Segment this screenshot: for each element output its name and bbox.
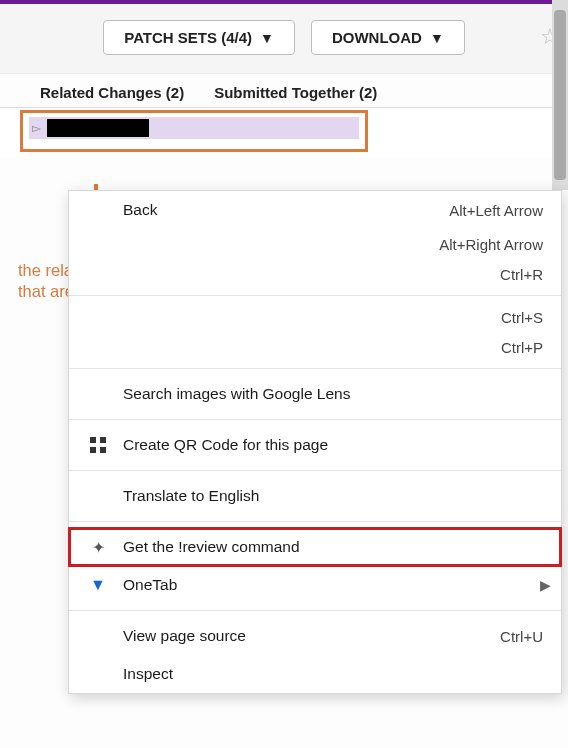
scrollbar-thumb[interactable]: [554, 10, 566, 180]
menu-shortcut: Ctrl+R: [500, 266, 543, 283]
menu-separator: [69, 419, 561, 420]
menu-label: Back: [123, 201, 435, 219]
menu-separator: [69, 521, 561, 522]
tab-related-changes[interactable]: Related Changes (2): [40, 84, 184, 101]
change-row-current[interactable]: ▻: [29, 117, 359, 139]
patch-sets-label: PATCH SETS (4/4): [124, 29, 252, 46]
menu-label: Get the !review command: [123, 538, 543, 556]
selection-outline: ▻: [20, 110, 368, 152]
menu-item-forward[interactable]: Alt+Right Arrow: [69, 229, 561, 259]
menu-shortcut: Alt+Left Arrow: [449, 202, 543, 219]
tab-submitted-together[interactable]: Submitted Together (2): [214, 84, 377, 101]
chevron-down-icon: ▼: [430, 30, 444, 46]
current-marker-icon: ▻: [29, 121, 43, 135]
menu-label: Inspect: [123, 665, 543, 683]
menu-item-reload[interactable]: Ctrl+R: [69, 259, 561, 289]
menu-separator: [69, 610, 561, 611]
change-list: ▻: [0, 108, 568, 158]
menu-label: View page source: [123, 627, 486, 645]
menu-item-inspect[interactable]: Inspect: [69, 655, 561, 693]
menu-item-qr-code[interactable]: Create QR Code for this page: [69, 426, 561, 464]
onetab-icon: ▼: [90, 576, 106, 594]
scrollbar[interactable]: [552, 0, 568, 190]
download-label: DOWNLOAD: [332, 29, 422, 46]
menu-label: Translate to English: [123, 487, 543, 505]
download-button[interactable]: DOWNLOAD ▼: [311, 20, 465, 55]
menu-label: OneTab: [123, 576, 543, 594]
context-menu: Back Alt+Left Arrow Alt+Right Arrow Ctrl…: [68, 190, 562, 694]
menu-item-save-as[interactable]: Ctrl+S: [69, 302, 561, 332]
redacted-change-subject: [47, 119, 149, 137]
menu-item-back[interactable]: Back Alt+Left Arrow: [69, 191, 561, 229]
change-row[interactable]: [29, 139, 359, 143]
patch-sets-button[interactable]: PATCH SETS (4/4) ▼: [103, 20, 295, 55]
menu-separator: [69, 368, 561, 369]
qr-code-icon: [90, 437, 106, 453]
toolbar: PATCH SETS (4/4) ▼ DOWNLOAD ▼ ☆: [0, 4, 568, 74]
menu-separator: [69, 295, 561, 296]
menu-shortcut: Ctrl+S: [501, 309, 543, 326]
submenu-arrow-icon: ▶: [540, 577, 551, 593]
menu-shortcut: Ctrl+P: [501, 339, 543, 356]
menu-label: Search images with Google Lens: [123, 385, 543, 403]
menu-item-get-review-command[interactable]: ✦ Get the !review command: [69, 528, 561, 566]
menu-separator: [69, 470, 561, 471]
menu-item-onetab[interactable]: ▼ OneTab ▶: [69, 566, 561, 604]
chevron-down-icon: ▼: [260, 30, 274, 46]
menu-item-view-source[interactable]: View page source Ctrl+U: [69, 617, 561, 655]
menu-shortcut: Alt+Right Arrow: [439, 236, 543, 253]
menu-item-translate[interactable]: Translate to English: [69, 477, 561, 515]
menu-item-print[interactable]: Ctrl+P: [69, 332, 561, 362]
extension-icon: ✦: [92, 538, 105, 557]
menu-shortcut: Ctrl+U: [500, 628, 543, 645]
menu-item-search-lens[interactable]: Search images with Google Lens: [69, 375, 561, 413]
menu-label: Create QR Code for this page: [123, 436, 543, 454]
tabs-row: Related Changes (2) Submitted Together (…: [0, 74, 568, 108]
